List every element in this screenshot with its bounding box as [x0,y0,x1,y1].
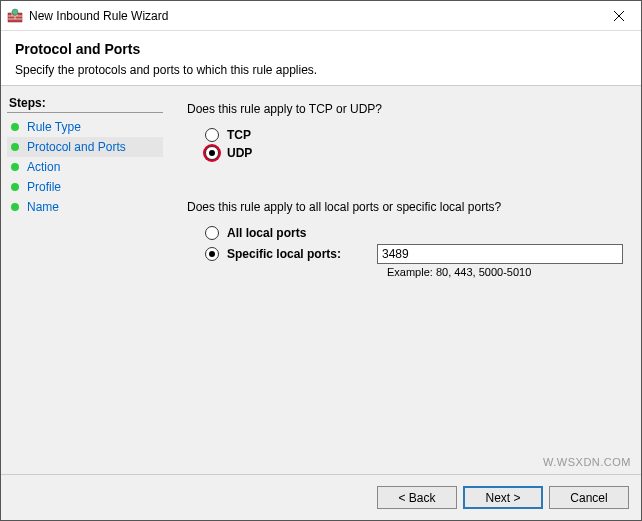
radio-udp[interactable] [205,146,219,160]
step-protocol-and-ports[interactable]: Protocol and Ports [7,137,163,157]
svg-point-6 [12,9,18,15]
wizard-header: Protocol and Ports Specify the protocols… [1,31,641,85]
specific-ports-input[interactable] [377,244,623,264]
window-title: New Inbound Rule Wizard [29,9,596,23]
radio-all-ports-label: All local ports [227,226,377,240]
cancel-button[interactable]: Cancel [549,486,629,509]
radio-row-tcp[interactable]: TCP [205,128,623,142]
close-button[interactable] [596,1,641,30]
step-bullet-icon [11,183,19,191]
titlebar: New Inbound Rule Wizard [1,1,641,31]
step-bullet-icon [11,163,19,171]
ports-question: Does this rule apply to all local ports … [187,200,623,214]
next-button[interactable]: Next > [463,486,543,509]
protocol-question: Does this rule apply to TCP or UDP? [187,102,623,116]
wizard-window: New Inbound Rule Wizard Protocol and Por… [0,0,642,521]
radio-row-all-ports[interactable]: All local ports [205,226,623,240]
radio-specific-ports-label: Specific local ports: [227,247,377,261]
step-bullet-icon [11,203,19,211]
step-bullet-icon [11,143,19,151]
radio-all-ports[interactable] [205,226,219,240]
step-bullet-icon [11,123,19,131]
firewall-icon [7,8,23,24]
step-label: Profile [27,180,61,194]
watermark-text: W.WSXDN.COM [543,456,631,468]
step-label: Name [27,200,59,214]
radio-udp-label: UDP [227,146,252,160]
step-profile[interactable]: Profile [7,177,163,197]
step-rule-type[interactable]: Rule Type [7,117,163,137]
radio-row-udp[interactable]: UDP [205,146,623,160]
step-action[interactable]: Action [7,157,163,177]
back-button[interactable]: < Back [377,486,457,509]
radio-tcp[interactable] [205,128,219,142]
page-subtitle: Specify the protocols and ports to which… [15,63,627,77]
radio-row-specific-ports[interactable]: Specific local ports: [205,244,623,264]
page-title: Protocol and Ports [15,41,627,57]
steps-sidebar: Steps: Rule Type Protocol and Ports Acti… [1,86,169,474]
ports-example-text: Example: 80, 443, 5000-5010 [387,266,623,278]
step-label: Rule Type [27,120,81,134]
radio-specific-ports[interactable] [205,247,219,261]
wizard-body: Steps: Rule Type Protocol and Ports Acti… [1,85,641,474]
radio-tcp-label: TCP [227,128,251,142]
wizard-content: Does this rule apply to TCP or UDP? TCP … [169,86,641,474]
step-label: Protocol and Ports [27,140,126,154]
step-name[interactable]: Name [7,197,163,217]
wizard-footer: < Back Next > Cancel [1,474,641,520]
steps-heading: Steps: [7,94,163,113]
step-label: Action [27,160,60,174]
